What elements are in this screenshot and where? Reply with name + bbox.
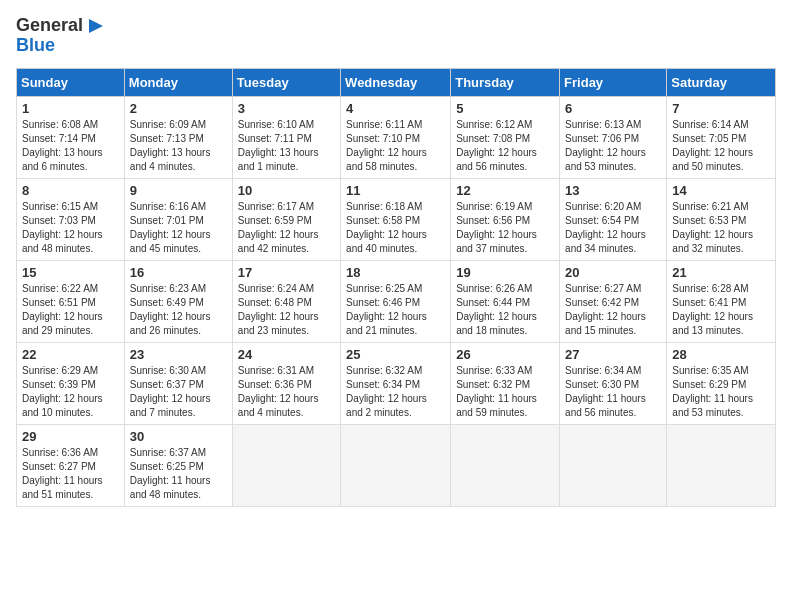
- calendar-cell: 14Sunrise: 6:21 AM Sunset: 6:53 PM Dayli…: [667, 178, 776, 260]
- weekday-header-tuesday: Tuesday: [232, 68, 340, 96]
- calendar-cell: [451, 424, 560, 506]
- day-number: 6: [565, 101, 661, 116]
- day-number: 25: [346, 347, 445, 362]
- day-number: 5: [456, 101, 554, 116]
- day-info: Sunrise: 6:13 AM Sunset: 7:06 PM Dayligh…: [565, 118, 661, 174]
- day-info: Sunrise: 6:12 AM Sunset: 7:08 PM Dayligh…: [456, 118, 554, 174]
- day-info: Sunrise: 6:10 AM Sunset: 7:11 PM Dayligh…: [238, 118, 335, 174]
- calendar-cell: 5Sunrise: 6:12 AM Sunset: 7:08 PM Daylig…: [451, 96, 560, 178]
- day-info: Sunrise: 6:27 AM Sunset: 6:42 PM Dayligh…: [565, 282, 661, 338]
- calendar-cell: 25Sunrise: 6:32 AM Sunset: 6:34 PM Dayli…: [341, 342, 451, 424]
- day-number: 1: [22, 101, 119, 116]
- day-info: Sunrise: 6:25 AM Sunset: 6:46 PM Dayligh…: [346, 282, 445, 338]
- weekday-header-monday: Monday: [124, 68, 232, 96]
- calendar-cell: 2Sunrise: 6:09 AM Sunset: 7:13 PM Daylig…: [124, 96, 232, 178]
- logo-container: General Blue: [16, 16, 103, 56]
- day-number: 10: [238, 183, 335, 198]
- day-number: 22: [22, 347, 119, 362]
- day-info: Sunrise: 6:37 AM Sunset: 6:25 PM Dayligh…: [130, 446, 227, 502]
- day-number: 13: [565, 183, 661, 198]
- day-info: Sunrise: 6:32 AM Sunset: 6:34 PM Dayligh…: [346, 364, 445, 420]
- day-number: 14: [672, 183, 770, 198]
- calendar-cell: [341, 424, 451, 506]
- day-info: Sunrise: 6:08 AM Sunset: 7:14 PM Dayligh…: [22, 118, 119, 174]
- weekday-header-sunday: Sunday: [17, 68, 125, 96]
- day-info: Sunrise: 6:28 AM Sunset: 6:41 PM Dayligh…: [672, 282, 770, 338]
- day-info: Sunrise: 6:18 AM Sunset: 6:58 PM Dayligh…: [346, 200, 445, 256]
- day-info: Sunrise: 6:29 AM Sunset: 6:39 PM Dayligh…: [22, 364, 119, 420]
- day-info: Sunrise: 6:35 AM Sunset: 6:29 PM Dayligh…: [672, 364, 770, 420]
- day-info: Sunrise: 6:14 AM Sunset: 7:05 PM Dayligh…: [672, 118, 770, 174]
- calendar-cell: 16Sunrise: 6:23 AM Sunset: 6:49 PM Dayli…: [124, 260, 232, 342]
- day-number: 19: [456, 265, 554, 280]
- calendar-cell: 20Sunrise: 6:27 AM Sunset: 6:42 PM Dayli…: [560, 260, 667, 342]
- day-number: 30: [130, 429, 227, 444]
- calendar-cell: 4Sunrise: 6:11 AM Sunset: 7:10 PM Daylig…: [341, 96, 451, 178]
- day-info: Sunrise: 6:24 AM Sunset: 6:48 PM Dayligh…: [238, 282, 335, 338]
- calendar-cell: 12Sunrise: 6:19 AM Sunset: 6:56 PM Dayli…: [451, 178, 560, 260]
- calendar-cell: 8Sunrise: 6:15 AM Sunset: 7:03 PM Daylig…: [17, 178, 125, 260]
- day-number: 16: [130, 265, 227, 280]
- calendar-cell: 15Sunrise: 6:22 AM Sunset: 6:51 PM Dayli…: [17, 260, 125, 342]
- day-number: 15: [22, 265, 119, 280]
- day-number: 11: [346, 183, 445, 198]
- page-header: General Blue: [16, 16, 776, 56]
- day-info: Sunrise: 6:22 AM Sunset: 6:51 PM Dayligh…: [22, 282, 119, 338]
- day-number: 29: [22, 429, 119, 444]
- day-number: 26: [456, 347, 554, 362]
- day-number: 28: [672, 347, 770, 362]
- day-info: Sunrise: 6:19 AM Sunset: 6:56 PM Dayligh…: [456, 200, 554, 256]
- calendar-cell: 7Sunrise: 6:14 AM Sunset: 7:05 PM Daylig…: [667, 96, 776, 178]
- logo-general: General: [16, 16, 83, 36]
- calendar-cell: 28Sunrise: 6:35 AM Sunset: 6:29 PM Dayli…: [667, 342, 776, 424]
- calendar-cell: 1Sunrise: 6:08 AM Sunset: 7:14 PM Daylig…: [17, 96, 125, 178]
- weekday-header-friday: Friday: [560, 68, 667, 96]
- day-info: Sunrise: 6:31 AM Sunset: 6:36 PM Dayligh…: [238, 364, 335, 420]
- day-number: 4: [346, 101, 445, 116]
- calendar-cell: 13Sunrise: 6:20 AM Sunset: 6:54 PM Dayli…: [560, 178, 667, 260]
- day-info: Sunrise: 6:11 AM Sunset: 7:10 PM Dayligh…: [346, 118, 445, 174]
- day-number: 18: [346, 265, 445, 280]
- day-info: Sunrise: 6:21 AM Sunset: 6:53 PM Dayligh…: [672, 200, 770, 256]
- calendar-week-4: 22Sunrise: 6:29 AM Sunset: 6:39 PM Dayli…: [17, 342, 776, 424]
- calendar-cell: 23Sunrise: 6:30 AM Sunset: 6:37 PM Dayli…: [124, 342, 232, 424]
- calendar-cell: 11Sunrise: 6:18 AM Sunset: 6:58 PM Dayli…: [341, 178, 451, 260]
- calendar-cell: 27Sunrise: 6:34 AM Sunset: 6:30 PM Dayli…: [560, 342, 667, 424]
- day-number: 21: [672, 265, 770, 280]
- weekday-header-thursday: Thursday: [451, 68, 560, 96]
- calendar-cell: 21Sunrise: 6:28 AM Sunset: 6:41 PM Dayli…: [667, 260, 776, 342]
- calendar-cell: 24Sunrise: 6:31 AM Sunset: 6:36 PM Dayli…: [232, 342, 340, 424]
- calendar-cell: [667, 424, 776, 506]
- logo-blue: Blue: [16, 36, 55, 56]
- calendar-week-3: 15Sunrise: 6:22 AM Sunset: 6:51 PM Dayli…: [17, 260, 776, 342]
- day-info: Sunrise: 6:30 AM Sunset: 6:37 PM Dayligh…: [130, 364, 227, 420]
- day-number: 23: [130, 347, 227, 362]
- day-info: Sunrise: 6:26 AM Sunset: 6:44 PM Dayligh…: [456, 282, 554, 338]
- day-number: 27: [565, 347, 661, 362]
- day-number: 20: [565, 265, 661, 280]
- day-info: Sunrise: 6:36 AM Sunset: 6:27 PM Dayligh…: [22, 446, 119, 502]
- day-number: 9: [130, 183, 227, 198]
- calendar-week-2: 8Sunrise: 6:15 AM Sunset: 7:03 PM Daylig…: [17, 178, 776, 260]
- day-number: 7: [672, 101, 770, 116]
- day-info: Sunrise: 6:09 AM Sunset: 7:13 PM Dayligh…: [130, 118, 227, 174]
- calendar-cell: 17Sunrise: 6:24 AM Sunset: 6:48 PM Dayli…: [232, 260, 340, 342]
- calendar-cell: 29Sunrise: 6:36 AM Sunset: 6:27 PM Dayli…: [17, 424, 125, 506]
- day-number: 24: [238, 347, 335, 362]
- day-info: Sunrise: 6:17 AM Sunset: 6:59 PM Dayligh…: [238, 200, 335, 256]
- calendar-cell: 3Sunrise: 6:10 AM Sunset: 7:11 PM Daylig…: [232, 96, 340, 178]
- calendar-table: SundayMondayTuesdayWednesdayThursdayFrid…: [16, 68, 776, 507]
- calendar-cell: 26Sunrise: 6:33 AM Sunset: 6:32 PM Dayli…: [451, 342, 560, 424]
- calendar-cell: 22Sunrise: 6:29 AM Sunset: 6:39 PM Dayli…: [17, 342, 125, 424]
- calendar-cell: 18Sunrise: 6:25 AM Sunset: 6:46 PM Dayli…: [341, 260, 451, 342]
- calendar-cell: 19Sunrise: 6:26 AM Sunset: 6:44 PM Dayli…: [451, 260, 560, 342]
- calendar-week-1: 1Sunrise: 6:08 AM Sunset: 7:14 PM Daylig…: [17, 96, 776, 178]
- calendar-cell: [232, 424, 340, 506]
- day-number: 8: [22, 183, 119, 198]
- day-info: Sunrise: 6:15 AM Sunset: 7:03 PM Dayligh…: [22, 200, 119, 256]
- calendar-cell: 6Sunrise: 6:13 AM Sunset: 7:06 PM Daylig…: [560, 96, 667, 178]
- calendar-cell: 30Sunrise: 6:37 AM Sunset: 6:25 PM Dayli…: [124, 424, 232, 506]
- weekday-header-wednesday: Wednesday: [341, 68, 451, 96]
- svg-marker-0: [89, 19, 103, 33]
- calendar-cell: 9Sunrise: 6:16 AM Sunset: 7:01 PM Daylig…: [124, 178, 232, 260]
